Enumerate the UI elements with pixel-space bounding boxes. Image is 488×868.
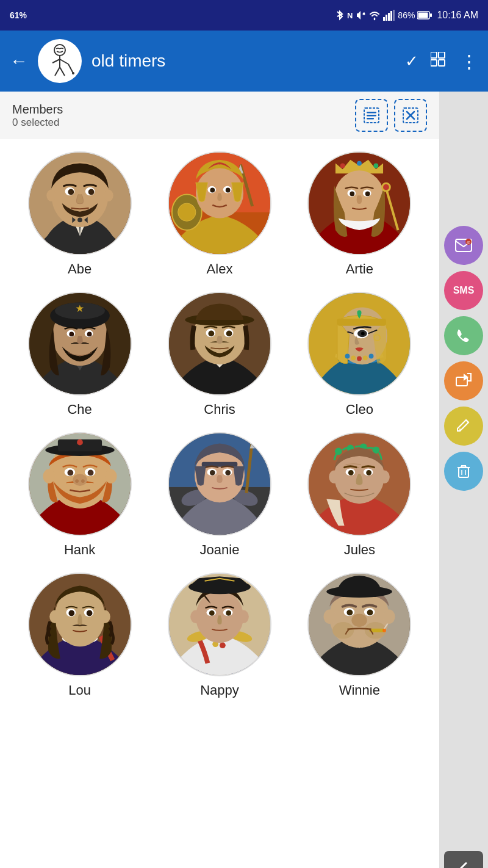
members-info: Members 0 selected <box>12 103 63 129</box>
svg-point-76 <box>87 331 92 336</box>
share-button[interactable] <box>444 361 483 400</box>
svg-point-183 <box>352 613 367 626</box>
member-item-hank[interactable]: Hank <box>10 432 149 558</box>
svg-point-10 <box>54 45 65 56</box>
side-action-buttons: @ SMS <box>444 226 488 491</box>
battery-icon <box>417 10 432 20</box>
svg-rect-19 <box>439 52 445 58</box>
member-avatar-alex <box>168 151 271 255</box>
member-item-chris[interactable]: Chris <box>149 292 289 418</box>
member-avatar-lou <box>28 573 132 676</box>
member-avatar-jules <box>307 432 411 536</box>
svg-point-35 <box>104 190 113 202</box>
more-options-button[interactable]: ⋮ <box>460 51 478 72</box>
status-icons: N 86% 10:16 AM <box>335 9 478 21</box>
svg-point-39 <box>88 189 94 195</box>
chris-portrait <box>169 293 270 394</box>
member-item-nappy[interactable]: Nappy <box>149 573 289 698</box>
member-item-alex[interactable]: Alex <box>149 151 289 277</box>
app-bar: ← old timers ✓ <box>0 31 488 92</box>
member-avatar-che <box>28 292 132 396</box>
svg-point-57 <box>374 164 379 168</box>
group-avatar[interactable] <box>38 39 82 83</box>
app-bar-actions: ✓ ⋮ <box>405 51 478 72</box>
member-item-jules[interactable]: Jules <box>290 432 429 558</box>
svg-point-94 <box>345 354 350 359</box>
group-title: old timers <box>92 51 395 71</box>
select-all-button[interactable] <box>355 99 388 132</box>
svg-rect-123 <box>202 462 238 467</box>
email-button[interactable]: @ <box>444 226 483 265</box>
call-button[interactable] <box>444 316 483 355</box>
member-item-joanie[interactable]: Joanie <box>149 432 289 558</box>
time: 10:16 AM <box>437 10 478 21</box>
svg-point-115 <box>77 439 83 446</box>
bottom-back-button[interactable] <box>444 851 483 868</box>
mute-icon <box>355 9 366 21</box>
svg-point-61 <box>350 191 355 196</box>
svg-rect-8 <box>430 13 432 17</box>
member-name-abe: Abe <box>68 261 92 277</box>
battery-percent: 86% <box>398 10 415 20</box>
svg-point-56 <box>357 161 362 166</box>
members-actions <box>355 99 427 132</box>
svg-point-92 <box>361 331 365 335</box>
member-name-chris: Chris <box>204 402 235 418</box>
deselect-all-button[interactable] <box>394 99 427 132</box>
hank-portrait <box>29 433 131 535</box>
share-icon <box>455 372 472 389</box>
group-avatar-image <box>41 43 78 79</box>
member-name-winnie: Winnie <box>339 682 380 698</box>
svg-point-165 <box>209 610 215 616</box>
member-name-jules: Jules <box>344 542 375 558</box>
edit-button[interactable] <box>444 407 483 446</box>
svg-point-98 <box>369 354 374 359</box>
member-avatar-cleo <box>307 292 411 396</box>
list-view-button[interactable] <box>431 52 448 71</box>
svg-point-85 <box>226 331 232 337</box>
svg-point-150 <box>68 610 74 617</box>
member-avatar-abe <box>28 151 132 255</box>
svg-point-140 <box>367 470 372 476</box>
member-item-lou[interactable]: Lou <box>10 573 149 698</box>
member-avatar-joanie <box>168 432 271 536</box>
phone-icon <box>455 327 472 344</box>
alex-portrait <box>169 153 270 254</box>
member-item-artie[interactable]: Artie <box>290 151 429 277</box>
member-item-che[interactable]: Che <box>10 292 149 418</box>
svg-point-185 <box>383 610 395 624</box>
che-portrait <box>29 293 131 394</box>
deselect-all-icon <box>402 107 419 124</box>
confirm-button[interactable]: ✓ <box>405 52 418 71</box>
member-item-cleo[interactable]: Cleo <box>290 292 429 418</box>
delete-button[interactable] <box>444 452 483 491</box>
svg-point-96 <box>357 356 362 361</box>
trash-icon <box>455 463 472 480</box>
svg-point-167 <box>190 610 201 623</box>
member-name-artie: Artie <box>346 261 373 277</box>
svg-point-109 <box>75 479 79 483</box>
svg-point-168 <box>238 610 249 623</box>
svg-point-55 <box>340 164 345 168</box>
jules-portrait <box>309 433 410 535</box>
svg-rect-190 <box>459 468 468 477</box>
svg-rect-2 <box>383 17 385 21</box>
back-button[interactable]: ← <box>10 51 28 71</box>
member-name-hank: Hank <box>64 542 95 558</box>
svg-point-75 <box>69 331 74 336</box>
svg-point-52 <box>226 188 231 193</box>
joanie-portrait <box>169 433 270 535</box>
sms-button[interactable]: SMS <box>444 271 483 310</box>
svg-point-159 <box>220 642 226 648</box>
svg-point-111 <box>43 469 55 483</box>
member-item-abe[interactable]: Abe <box>10 151 149 277</box>
svg-text:@: @ <box>467 241 470 244</box>
svg-point-62 <box>365 191 370 196</box>
member-item-winnie[interactable]: Winnie <box>290 573 429 698</box>
svg-point-40 <box>77 217 82 222</box>
member-name-alex: Alex <box>207 261 233 277</box>
svg-point-182 <box>367 610 373 616</box>
svg-rect-24 <box>367 115 376 117</box>
member-avatar-nappy <box>168 573 271 676</box>
svg-point-166 <box>226 610 231 616</box>
